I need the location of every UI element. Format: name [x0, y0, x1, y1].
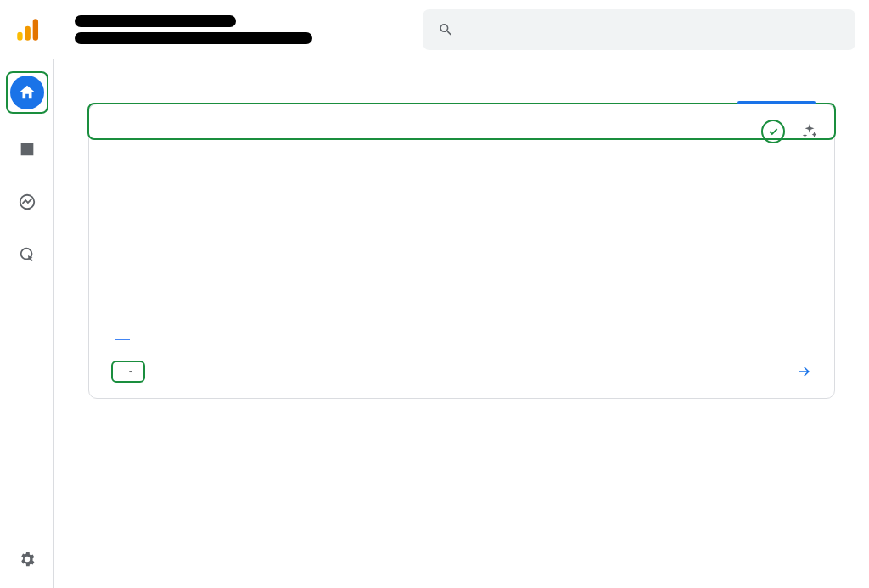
sessions-line-chart — [111, 154, 812, 332]
chevron-down-icon — [126, 367, 135, 376]
sidebar — [0, 59, 54, 588]
property-selector[interactable] — [75, 15, 312, 44]
search-box[interactable] — [423, 9, 855, 50]
bar-chart-icon — [18, 140, 36, 159]
svg-rect-0 — [17, 31, 22, 40]
arrow-right-icon — [797, 364, 812, 379]
layout — [0, 59, 869, 588]
main-content — [54, 59, 869, 588]
app-header — [0, 0, 869, 59]
search-input[interactable] — [466, 21, 840, 38]
chart-legend — [111, 339, 812, 340]
home-icon — [18, 83, 36, 102]
view-snapshot-link[interactable] — [788, 364, 812, 379]
redacted-line — [75, 32, 312, 44]
date-range-selector[interactable] — [111, 361, 145, 383]
overview-card — [88, 104, 835, 399]
metrics-row — [87, 103, 836, 140]
brand-block — [14, 15, 51, 44]
card-footer — [89, 349, 834, 398]
explore-icon — [18, 193, 36, 211]
nav-admin[interactable] — [10, 542, 44, 576]
legend-line-icon — [115, 339, 130, 340]
gear-icon — [18, 550, 36, 568]
svg-rect-2 — [33, 19, 38, 41]
chart-area — [89, 140, 834, 349]
target-click-icon — [18, 245, 36, 264]
nav-explore[interactable] — [10, 185, 44, 219]
svg-rect-1 — [25, 25, 30, 40]
nav-home-highlight — [6, 71, 48, 114]
analytics-logo-icon — [14, 15, 42, 44]
search-icon — [438, 21, 454, 38]
nav-home[interactable] — [10, 76, 44, 109]
redacted-line — [75, 15, 236, 27]
nav-advertising[interactable] — [10, 238, 44, 272]
nav-reports[interactable] — [10, 132, 44, 166]
